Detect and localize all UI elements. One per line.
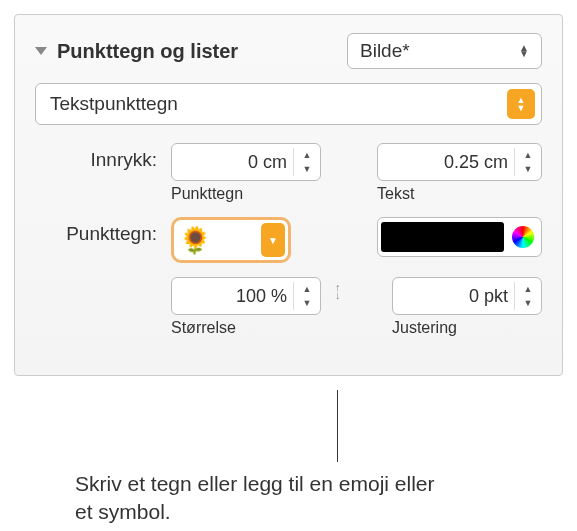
list-style-select[interactable]: Bilde* ▲▼ xyxy=(347,33,542,69)
disclosure-triangle-icon[interactable] xyxy=(35,47,47,55)
align-value[interactable]: 0 pkt xyxy=(401,286,514,307)
bullet-type-select[interactable]: Tekstpunkttegn ▲▼ xyxy=(35,83,542,125)
bullet-label: Punkttegn: xyxy=(35,217,157,245)
bullet-type-value: Tekstpunkttegn xyxy=(50,93,507,115)
bullet-indent-field[interactable]: 0 cm ▲ ▼ xyxy=(171,143,321,181)
text-indent-group: 0.25 cm ▲ ▼ Tekst xyxy=(377,143,542,203)
bullet-row: Punkttegn: 🌻 ▼ xyxy=(35,217,542,263)
bullet-indent-group: 0 cm ▲ ▼ Punkttegn xyxy=(171,143,321,203)
bullet-character-select[interactable]: 🌻 ▼ xyxy=(171,217,291,263)
size-caption: Størrelse xyxy=(171,319,321,337)
align-stepper[interactable]: ▲ ▼ xyxy=(514,282,537,310)
list-style-value: Bilde* xyxy=(360,40,519,62)
color-wheel-icon[interactable] xyxy=(512,226,534,248)
bullet-indent-stepper[interactable]: ▲ ▼ xyxy=(293,148,316,176)
align-caption: Justering xyxy=(392,319,542,337)
text-indent-value[interactable]: 0.25 cm xyxy=(386,152,514,173)
step-up-icon[interactable]: ▲ xyxy=(519,282,537,296)
chevron-updown-icon: ▲▼ xyxy=(519,45,529,57)
spacer xyxy=(35,277,157,283)
indent-label: Innrykk: xyxy=(35,143,157,171)
bullets-lists-panel: Punkttegn og lister Bilde* ▲▼ Tekstpunkt… xyxy=(14,14,563,376)
size-stepper[interactable]: ▲ ▼ xyxy=(293,282,316,310)
step-down-icon[interactable]: ▼ xyxy=(519,162,537,176)
text-indent-stepper[interactable]: ▲ ▼ xyxy=(514,148,537,176)
align-updown-icon: ↑↓ xyxy=(335,277,341,299)
bullet-glyph-icon: 🌻 xyxy=(179,225,211,256)
callout-text: Skriv et tegn eller legg til en emoji el… xyxy=(75,470,455,527)
section-title: Punkttegn og lister xyxy=(57,40,238,63)
step-down-icon[interactable]: ▼ xyxy=(519,296,537,310)
color-swatch-icon[interactable] xyxy=(381,222,504,252)
size-field[interactable]: 100 % ▲ ▼ xyxy=(171,277,321,315)
step-up-icon[interactable]: ▲ xyxy=(298,148,316,162)
step-down-icon[interactable]: ▼ xyxy=(298,162,316,176)
align-field[interactable]: 0 pkt ▲ ▼ xyxy=(392,277,542,315)
bullet-indent-value[interactable]: 0 cm xyxy=(180,152,293,173)
step-up-icon[interactable]: ▲ xyxy=(298,282,316,296)
bullet-indent-caption: Punkttegn xyxy=(171,185,321,203)
text-indent-caption: Tekst xyxy=(377,185,542,203)
step-down-icon[interactable]: ▼ xyxy=(298,296,316,310)
size-value[interactable]: 100 % xyxy=(180,286,293,307)
section-header: Punkttegn og lister Bilde* ▲▼ xyxy=(35,33,542,69)
chevron-updown-icon: ▲▼ xyxy=(507,89,535,119)
callout-leader-line xyxy=(337,390,338,462)
align-group: 0 pkt ▲ ▼ Justering xyxy=(392,277,542,337)
size-group: 100 % ▲ ▼ Størrelse xyxy=(171,277,321,337)
bullet-color-well[interactable] xyxy=(377,217,542,257)
indent-row: Innrykk: 0 cm ▲ ▼ Punkttegn 0.25 cm ▲ ▼ … xyxy=(35,143,542,203)
chevron-down-icon: ▼ xyxy=(261,223,285,257)
size-align-row: 100 % ▲ ▼ Størrelse ↑↓ 0 pkt ▲ ▼ Justeri… xyxy=(35,277,542,337)
text-indent-field[interactable]: 0.25 cm ▲ ▼ xyxy=(377,143,542,181)
step-up-icon[interactable]: ▲ xyxy=(519,148,537,162)
